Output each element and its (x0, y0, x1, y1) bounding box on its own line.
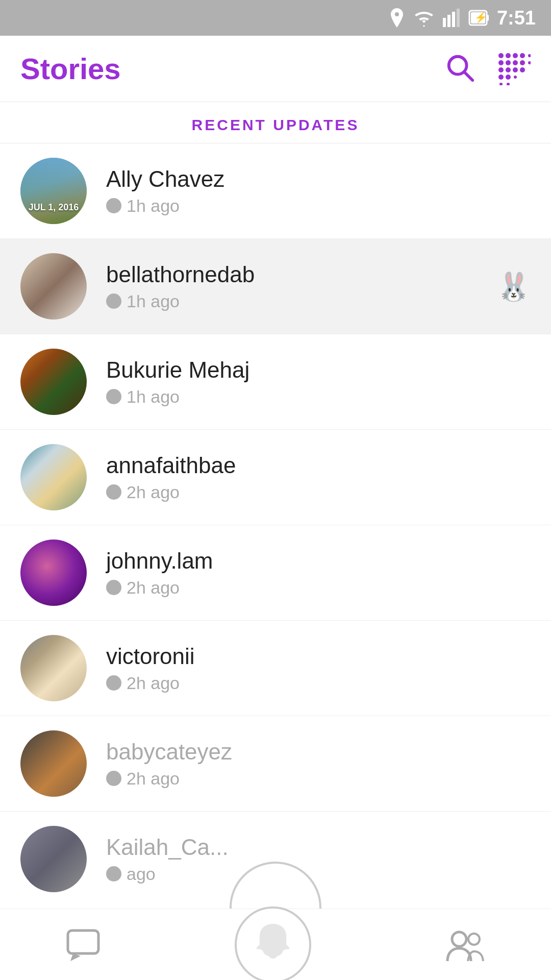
story-username: babycateyez (106, 739, 531, 765)
avatar (20, 444, 87, 510)
svg-point-21 (506, 67, 511, 72)
snap-circle (235, 906, 311, 981)
bottom-navigation (0, 909, 551, 980)
location-icon (389, 8, 405, 28)
avatar (20, 730, 87, 797)
snap-button[interactable] (232, 904, 314, 981)
signal-icon (443, 9, 461, 27)
story-time: 1h ago (127, 291, 180, 311)
svg-point-25 (506, 75, 511, 80)
story-info: annafaithbae 2h ago (106, 453, 531, 502)
avatar (20, 635, 87, 701)
bitmoji-icon (496, 51, 531, 85)
status-time: 7:51 (497, 7, 536, 29)
svg-rect-0 (443, 18, 446, 27)
svg-rect-29 (68, 930, 98, 953)
avatar (20, 540, 87, 606)
chat-button[interactable] (65, 928, 101, 961)
wifi-icon (412, 9, 436, 27)
story-username: Bukurie Mehaj (106, 357, 531, 383)
story-item[interactable]: Ally Chavez 1h ago (0, 143, 551, 239)
story-time: 2h ago (127, 578, 180, 598)
header-icons (445, 51, 531, 87)
svg-point-14 (528, 54, 531, 57)
svg-point-31 (468, 934, 480, 945)
story-item[interactable]: annafaithbae 2h ago (0, 430, 551, 525)
bitmoji-button[interactable] (496, 51, 531, 87)
time-icon (106, 771, 121, 786)
svg-point-19 (528, 61, 531, 64)
svg-point-16 (506, 60, 511, 65)
search-button[interactable] (445, 53, 475, 85)
story-item[interactable]: victoronii 2h ago (0, 621, 551, 716)
svg-point-18 (520, 60, 525, 65)
story-time: 2h ago (127, 482, 180, 502)
svg-text:⚡: ⚡ (474, 11, 487, 23)
avatar (20, 158, 87, 224)
svg-point-13 (520, 53, 525, 58)
story-info: babycateyez 2h ago (106, 739, 531, 789)
svg-rect-3 (457, 9, 460, 27)
svg-point-30 (452, 932, 466, 946)
status-icons: ⚡ 7:51 (389, 7, 536, 29)
story-item[interactable]: bellathornedab 1h ago 🐰 (0, 239, 551, 334)
story-username: johnny.lam (106, 548, 531, 574)
story-time-row: 1h ago (106, 291, 486, 311)
svg-point-24 (498, 75, 504, 80)
svg-rect-2 (452, 12, 455, 27)
chat-icon (65, 928, 101, 961)
friends-icon (445, 928, 486, 961)
story-item[interactable]: Bukurie Mehaj 1h ago (0, 334, 551, 430)
story-info: Bukurie Mehaj 1h ago (106, 357, 531, 407)
svg-point-17 (513, 60, 518, 65)
story-time-row: 2h ago (106, 482, 531, 502)
time-icon (106, 484, 121, 500)
story-item[interactable]: babycateyez 2h ago (0, 716, 551, 812)
story-info: Kailah_Ca... ago (106, 835, 531, 884)
svg-point-28 (507, 83, 510, 85)
friends-button[interactable] (445, 928, 486, 961)
page-title: Stories (20, 52, 121, 86)
story-emoji: 🐰 (486, 271, 531, 303)
story-username: annafaithbae (106, 453, 531, 478)
story-time: 2h ago (127, 769, 180, 789)
time-icon (106, 389, 121, 404)
svg-line-9 (465, 72, 472, 80)
story-username: bellathornedab (106, 262, 486, 287)
svg-point-27 (499, 83, 503, 85)
svg-point-12 (513, 53, 518, 58)
svg-rect-1 (447, 15, 450, 27)
avatar (20, 253, 87, 320)
svg-point-26 (514, 76, 517, 79)
battery-icon: ⚡ (468, 9, 490, 27)
story-time: 1h ago (127, 196, 180, 216)
time-icon (106, 198, 121, 213)
story-username: Ally Chavez (106, 166, 531, 192)
story-list: Ally Chavez 1h ago bellathornedab 1h ago… (0, 143, 551, 923)
story-time: ago (127, 864, 156, 884)
time-icon (106, 580, 121, 595)
avatar (20, 349, 87, 415)
time-icon (106, 866, 121, 881)
story-username: Kailah_Ca... (106, 835, 531, 860)
story-time: 2h ago (127, 673, 180, 693)
story-info: Ally Chavez 1h ago (106, 166, 531, 216)
story-time-row: 2h ago (106, 769, 531, 789)
search-icon (445, 53, 475, 83)
story-time: 1h ago (127, 387, 180, 407)
story-time-row: 1h ago (106, 387, 531, 407)
story-time-row: 1h ago (106, 196, 531, 216)
svg-point-11 (506, 53, 511, 58)
svg-point-22 (513, 67, 518, 72)
section-label: RECENT UPDATES (0, 102, 551, 143)
time-icon (106, 293, 121, 309)
story-item[interactable]: johnny.lam 2h ago (0, 525, 551, 621)
story-time-row: 2h ago (106, 673, 531, 693)
snap-ghost-icon (250, 922, 296, 968)
avatar (20, 826, 87, 892)
svg-point-15 (498, 60, 504, 65)
story-time-row: ago (106, 864, 531, 884)
story-info: bellathornedab 1h ago (106, 262, 486, 311)
story-info: victoronii 2h ago (106, 644, 531, 693)
story-time-row: 2h ago (106, 578, 531, 598)
